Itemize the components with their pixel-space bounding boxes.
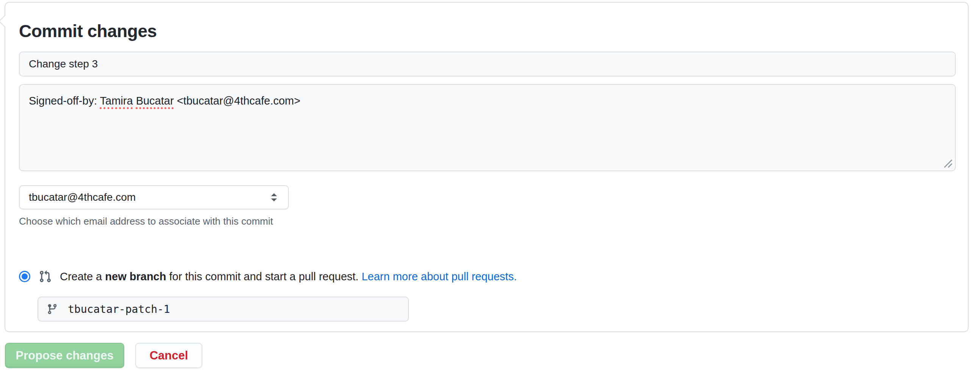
commit-description-textarea[interactable]: Signed-off-by: Tamira Bucatar <tbucatar@… — [19, 84, 956, 171]
commit-changes-page: Commit changes Signed-off-by: Tamira Buc… — [0, 0, 980, 378]
branch-name-input[interactable] — [68, 303, 400, 316]
misspelled-word: Bucatar — [136, 95, 174, 107]
page-title: Commit changes — [19, 21, 157, 41]
email-select[interactable]: tbucatar@4thcafe.com — [19, 185, 289, 210]
email-helper-text: Choose which email address to associate … — [19, 216, 273, 227]
commit-summary-input[interactable] — [19, 51, 956, 76]
signoff-prefix: Signed-off-by: — [29, 95, 100, 107]
git-pull-request-icon — [39, 270, 51, 283]
new-branch-label: Create a new branch for this commit and … — [60, 270, 517, 283]
signoff-email: <tbucatar@4thcafe.com> — [174, 95, 301, 107]
cancel-button[interactable]: Cancel — [135, 343, 202, 368]
learn-more-link[interactable]: Learn more about pull requests. — [361, 270, 517, 283]
git-branch-icon — [47, 303, 58, 315]
resize-grip-icon[interactable] — [943, 159, 953, 168]
up-down-caret-icon — [269, 191, 279, 204]
new-branch-radio[interactable] — [19, 271, 30, 282]
commit-form-panel: Commit changes Signed-off-by: Tamira Buc… — [5, 2, 969, 332]
propose-changes-button[interactable]: Propose changes — [5, 343, 124, 368]
panel-caret — [0, 15, 11, 27]
misspelled-word: Tamira — [100, 95, 133, 107]
new-branch-option-row: Create a new branch for this commit and … — [19, 270, 517, 283]
email-select-value: tbucatar@4thcafe.com — [29, 191, 136, 203]
branch-name-field — [38, 297, 409, 322]
form-actions: Propose changes Cancel — [5, 343, 202, 368]
radio-dot — [22, 273, 28, 280]
